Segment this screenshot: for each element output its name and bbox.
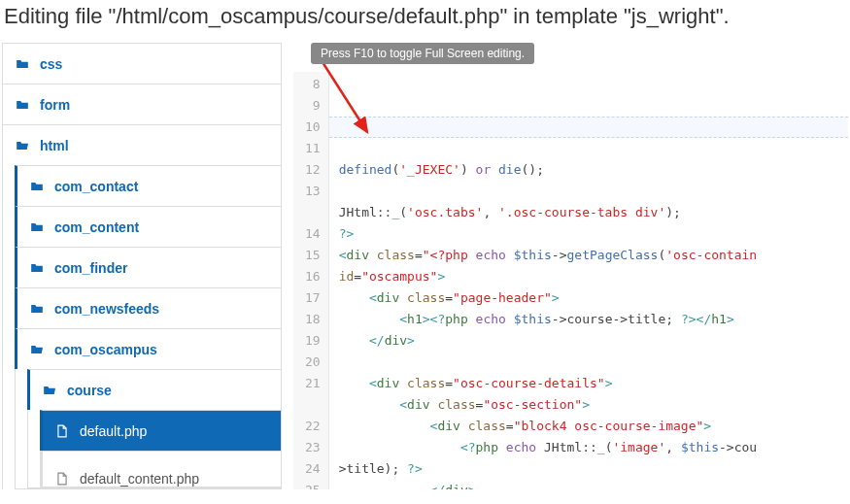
folder-label: com_oscampus [54,342,157,357]
file-default-content-php[interactable]: default_content.php [40,451,282,487]
folder-label: com_newsfeeds [54,301,159,317]
folder-html[interactable]: html [2,124,282,165]
folder-open-icon [15,138,30,153]
folder-label: form [40,97,70,113]
folder-com-oscampus[interactable]: com_oscampus [15,328,282,369]
file-label: default_content.php [80,471,199,487]
folder-com-finder[interactable]: com_finder [15,247,282,287]
editor-pane: Press F10 to toggle Full Screen editing.… [293,43,848,489]
code-editor[interactable]: 8910111213 1415161718192021 222324252627… [293,72,848,489]
folder-icon [29,301,45,317]
folder-label: html [40,138,69,153]
folder-com-content[interactable]: com_content [15,206,282,247]
page-title: Editing file "/html/com_oscampus/course/… [0,0,850,43]
folder-css[interactable]: css [2,43,282,84]
folder-label: course [67,383,112,398]
folder-course[interactable]: course [27,369,282,410]
folder-label: com_content [54,219,139,235]
folder-form[interactable]: form [2,84,282,124]
folder-label: com_finder [54,260,127,276]
folder-icon [29,260,45,276]
file-icon [54,471,70,487]
file-default-php[interactable]: default.php [40,410,282,451]
folder-label: com_contact [54,179,138,194]
folder-icon [15,97,30,113]
folder-com-contact[interactable]: com_contact [15,165,282,206]
folder-icon [29,179,45,194]
folder-icon [15,56,30,72]
fullscreen-tooltip: Press F10 to toggle Full Screen editing. [311,43,534,64]
folder-com-newsfeeds[interactable]: com_newsfeeds [15,287,282,328]
file-label: default.php [80,423,147,439]
code-area[interactable]: defined('_JEXEC') or die(); JHtml::_('os… [329,72,848,489]
folder-open-icon [42,383,57,398]
folder-label: css [40,56,62,72]
file-tree: css form html com_contact com_content co… [2,43,282,489]
folder-open-icon [29,342,45,357]
file-icon [54,423,70,439]
folder-icon [29,219,45,235]
line-gutter: 8910111213 1415161718192021 222324252627… [293,72,329,489]
active-line-highlight [329,117,848,138]
